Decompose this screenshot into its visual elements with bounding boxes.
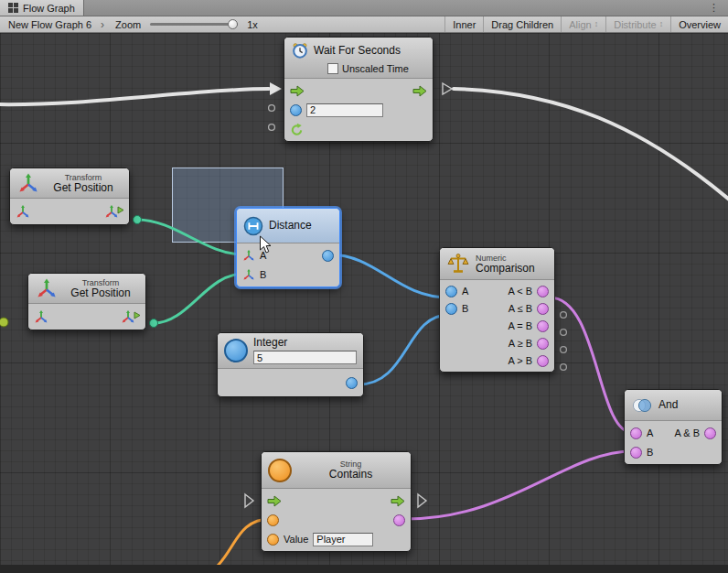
- graph-canvas[interactable]: Wait For Seconds Unscaled Time: [0, 33, 728, 565]
- and-row-a: A A & B: [630, 425, 716, 441]
- transform-input-port[interactable]: [34, 309, 48, 324]
- wire-position-to-distance-b[interactable]: [154, 274, 243, 323]
- wire-flow-out[interactable]: [454, 89, 728, 203]
- position-output-port[interactable]: [104, 204, 123, 219]
- flow-row: [267, 492, 405, 509]
- string-icon: [268, 459, 292, 482]
- node-string-contains[interactable]: String Contains Value: [261, 451, 412, 552]
- overview-button[interactable]: Overview: [670, 16, 728, 32]
- node-title: And: [658, 399, 678, 411]
- unconnected-port-indicator[interactable]: [561, 312, 567, 319]
- integer-output-port[interactable]: [346, 377, 358, 389]
- drag-children-button[interactable]: Drag Children: [483, 16, 561, 32]
- node-wait-for-seconds[interactable]: Wait For Seconds Unscaled Time: [284, 37, 434, 142]
- scales-icon: [446, 252, 470, 276]
- position-output-port[interactable]: [121, 309, 140, 324]
- less-than-output-port[interactable]: [537, 286, 549, 297]
- toolbar-right: Inner Drag Children Align↕ Distribute↕ O…: [444, 16, 728, 32]
- node-title: Get Position: [53, 182, 112, 194]
- node-category: Numeric: [476, 254, 535, 263]
- wire-position-to-distance-a[interactable]: [137, 220, 243, 254]
- inner-button[interactable]: Inner: [444, 16, 483, 32]
- integer-value-input[interactable]: [253, 351, 357, 364]
- flow-graph-icon: [8, 3, 18, 13]
- unconnected-port-indicator[interactable]: [269, 105, 275, 112]
- comparison-input-a-port[interactable]: [445, 286, 457, 297]
- vector-port-b[interactable]: [242, 268, 255, 281]
- tab-title: Flow Graph: [23, 3, 75, 14]
- wire-endpoint: [150, 319, 158, 328]
- edge-wire-endpoint[interactable]: [0, 318, 8, 327]
- comparison-input-b-port[interactable]: [445, 303, 457, 315]
- breadcrumb-chevron-icon: ›: [101, 18, 104, 31]
- flow-out-port[interactable]: [391, 495, 405, 507]
- string-value-port[interactable]: [267, 534, 279, 546]
- string-target-port[interactable]: [267, 514, 279, 526]
- node-title: Distance: [269, 220, 312, 232]
- wire-distance-to-comparison-a[interactable]: [329, 254, 448, 297]
- comparison-row-gt: A > B: [445, 353, 549, 368]
- unconnected-port-indicator[interactable]: [561, 364, 567, 371]
- zoom-slider[interactable]: [150, 23, 238, 26]
- seconds-input[interactable]: [306, 103, 383, 117]
- wire-arrowhead: [270, 82, 282, 95]
- unconnected-port-indicator[interactable]: [269, 124, 275, 131]
- vector-port-a[interactable]: [242, 249, 255, 262]
- zoom-slider-thumb[interactable]: [228, 19, 238, 29]
- output-label: A > B: [508, 355, 532, 366]
- zoom-value: 1x: [247, 19, 258, 30]
- port-label: A: [462, 286, 468, 297]
- port-label: B: [260, 269, 266, 280]
- port-label: A: [647, 427, 653, 438]
- breadcrumb[interactable]: New Flow Graph 6: [5, 19, 95, 30]
- bottom-bar: [0, 565, 728, 573]
- align-button[interactable]: Align↕: [561, 16, 605, 32]
- and-output-port[interactable]: [704, 427, 716, 439]
- greater-than-output-port[interactable]: [537, 355, 549, 367]
- wire-integer-to-comparison-b[interactable]: [359, 315, 448, 384]
- unconnected-port-indicator[interactable]: [561, 330, 567, 336]
- comparison-row-lt: A A < B: [445, 284, 549, 298]
- node-and[interactable]: And A A & B B: [624, 389, 723, 465]
- wire-flow-in[interactable]: [0, 89, 269, 104]
- distance-output-port[interactable]: [322, 250, 334, 262]
- wire-contains-to-and-b[interactable]: [405, 451, 633, 519]
- flow-out-port[interactable]: [412, 85, 427, 97]
- seconds-row: [290, 102, 427, 118]
- flow-in-port[interactable]: [267, 495, 282, 507]
- flow-in-port[interactable]: [290, 85, 305, 97]
- tab-menu-icon[interactable]: ⋮: [701, 0, 728, 16]
- less-equal-output-port[interactable]: [537, 303, 549, 315]
- unscaled-time-label: Unscaled Time: [342, 63, 409, 74]
- node-integer[interactable]: Integer: [217, 332, 364, 397]
- mouse-cursor: [259, 235, 272, 254]
- unconnected-port-indicator[interactable]: [561, 347, 567, 353]
- unscaled-time-checkbox[interactable]: [327, 63, 338, 74]
- greater-equal-output-port[interactable]: [537, 338, 549, 350]
- flow-port-indicator: [245, 494, 253, 507]
- contains-result-port[interactable]: [393, 514, 405, 526]
- distribute-button[interactable]: Distribute↕: [605, 16, 670, 32]
- equal-output-port[interactable]: [537, 320, 549, 332]
- zoom-label: Zoom: [115, 19, 141, 30]
- node-get-position-bottom[interactable]: Transform Get Position: [27, 273, 146, 330]
- value-label: Value: [284, 534, 308, 545]
- node-get-position-top[interactable]: Transform Get Position: [9, 168, 130, 225]
- and-input-a-port[interactable]: [630, 427, 642, 439]
- node-distance[interactable]: Distance A B: [236, 208, 340, 287]
- node-numeric-comparison[interactable]: Numeric Comparison A A < B B A ≤ B A: [439, 247, 555, 373]
- transform-input-port[interactable]: [16, 204, 30, 219]
- port-label: B: [647, 447, 653, 458]
- distance-icon: [243, 216, 263, 236]
- coroutine-loop-icon[interactable]: [290, 123, 304, 136]
- comparison-row-le: B A ≤ B: [445, 301, 549, 316]
- and-input-b-port[interactable]: [630, 447, 642, 459]
- value-input[interactable]: [313, 533, 373, 546]
- seconds-port[interactable]: [290, 104, 302, 116]
- tab-flow-graph[interactable]: Flow Graph: [0, 0, 84, 16]
- output-label: A = B: [508, 320, 532, 331]
- flow-port-indicator: [443, 83, 452, 94]
- transform-icon: [17, 172, 39, 194]
- wire-endpoint: [134, 216, 142, 224]
- output-row: [223, 373, 358, 393]
